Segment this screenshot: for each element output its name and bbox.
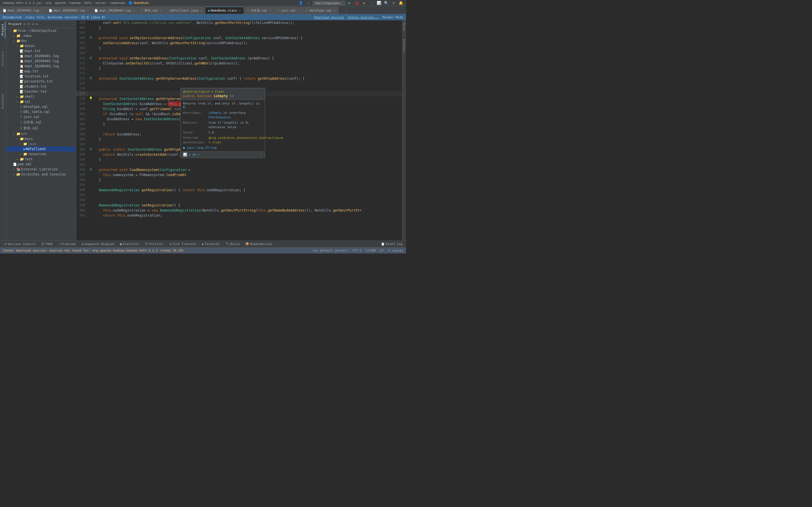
coverage-icon[interactable]: ▶ bbox=[362, 1, 366, 5]
tree-test[interactable]: 📁 test bbox=[6, 157, 76, 162]
problems-button[interactable]: ⚠ Problems bbox=[57, 242, 77, 246]
tree-scratches[interactable]: 📂 Scratches and Consoles bbox=[6, 172, 76, 177]
tree-hdfs-client[interactable]: ● HdfsClient bbox=[6, 147, 76, 152]
dependencies-button[interactable]: 📦 Dependencies bbox=[244, 242, 273, 246]
tree-student-txt[interactable]: 📝 student.txt bbox=[6, 84, 76, 89]
user-icon[interactable]: 👤 bbox=[299, 1, 303, 5]
tree-shell[interactable]: 📁 shell bbox=[6, 94, 76, 99]
tree-join-sql[interactable]: 🗒 join.sql bbox=[6, 114, 76, 119]
sidebar-collapse-icon[interactable]: ⊟ bbox=[32, 22, 34, 26]
tree-emp-txt[interactable]: 📝 emp.txt bbox=[6, 69, 76, 74]
tooltip-charsequence-link[interactable]: CharSequence bbox=[208, 115, 231, 119]
tree-hive-root[interactable]: 📁 hive ~/Desktop/hive bbox=[6, 28, 76, 33]
tree-sql[interactable]: 📁 sql bbox=[6, 99, 76, 104]
tab-datatype-sql[interactable]: 🗒 dataType.sql ✕ bbox=[303, 7, 339, 14]
breadcrumb-hadoop[interactable]: hadoop bbox=[70, 1, 81, 5]
breadcrumb-server[interactable]: server bbox=[95, 1, 107, 5]
tree-query-sql[interactable]: 🗒 查询.sql bbox=[6, 125, 76, 131]
tab-query-sql[interactable]: 🗒 查询.sql ✕ bbox=[138, 7, 165, 14]
breadcrumb-jar[interactable]: hadoop-hdfs-3.1.3.jar bbox=[3, 1, 42, 5]
breadcrumb-namenode[interactable]: namenode bbox=[110, 1, 125, 5]
close-tab-4[interactable]: ✕ bbox=[160, 9, 161, 12]
sidebar-settings-icon[interactable]: ⚙ bbox=[36, 22, 38, 26]
tab-hdfs-client[interactable]: ☕ HdfsClient.java ✕ bbox=[165, 7, 205, 14]
tooltip-more-icon[interactable]: ⋮ bbox=[259, 153, 262, 157]
debug-icon[interactable]: 🐞 bbox=[355, 1, 359, 5]
tab-dept-log2[interactable]: 📄 dept_20200402.log ✕ bbox=[46, 7, 92, 14]
profiler-button[interactable]: ⏱ Profiler bbox=[144, 242, 165, 246]
download-sources-button[interactable]: Download Sources bbox=[314, 15, 344, 19]
right-tab-database[interactable]: Database bbox=[402, 38, 406, 54]
close-tab-7[interactable]: ✕ bbox=[269, 9, 271, 12]
close-tab-2[interactable]: ✕ bbox=[87, 9, 89, 12]
tree-doc[interactable]: 📁 doc bbox=[6, 38, 76, 43]
close-tab-5[interactable]: ✕ bbox=[200, 9, 202, 12]
tab-namenode-class[interactable]: ● NameNode.class ✕ bbox=[205, 7, 244, 14]
tab-dept-log3[interactable]: 📄 dept_20200403.log ✕ bbox=[92, 7, 138, 14]
more-tabs-icon[interactable]: ⌄ bbox=[340, 9, 344, 14]
tooltip-more[interactable]: < 18 > bbox=[188, 153, 200, 157]
breadcrumb-namenode-class[interactable]: NameNode bbox=[134, 1, 149, 5]
tab-dept-log1[interactable]: 📄 dept_20200401.log ✕ bbox=[0, 7, 46, 14]
left-tab-bookmarks[interactable]: Bookmarks bbox=[1, 91, 5, 111]
tree-dept-log2[interactable]: 📋 dept_20200402.log bbox=[6, 59, 76, 64]
choose-sources-button[interactable]: Choose Sources... bbox=[348, 15, 379, 19]
sequence-diagram-button[interactable]: ◈ Sequence Diagram bbox=[80, 242, 115, 246]
close-tab-3[interactable]: ✕ bbox=[133, 9, 135, 12]
cpu-icon[interactable]: 📊 bbox=[377, 1, 381, 5]
sidebar-add-icon[interactable]: ⊕ bbox=[23, 22, 26, 26]
file-transfer-button[interactable]: ⇅ File Transfer bbox=[168, 242, 198, 246]
tree-dept-log3[interactable]: 📋 dept_20200403.log bbox=[6, 64, 76, 69]
close-tab-1[interactable]: ✕ bbox=[41, 9, 43, 12]
tooltip-overrides-method[interactable]: isEmpty bbox=[208, 111, 221, 115]
event-log-button[interactable]: 📋 Event Log bbox=[380, 242, 404, 246]
search-icon[interactable]: 🔍 bbox=[384, 1, 389, 5]
breadcrumb-hdfs[interactable]: hdfs bbox=[84, 1, 92, 5]
left-tab-structure[interactable]: Structure bbox=[1, 49, 5, 69]
editor[interactable]: 263 conf.set("dfs.namenode.lifeline.rpc-… bbox=[76, 20, 402, 240]
tree-personinfo-txt[interactable]: 📝 personInfo.txt bbox=[6, 79, 76, 84]
breadcrumb-apache[interactable]: apache bbox=[55, 1, 66, 5]
tree-ext-libs[interactable]: 📚 External Libraries bbox=[6, 167, 76, 172]
sidebar-close-icon[interactable]: — bbox=[71, 22, 73, 26]
left-tab-project[interactable]: Project bbox=[1, 21, 5, 38]
code-area[interactable]: 263 conf.set("dfs.namenode.lifeline.rpc-… bbox=[76, 20, 402, 240]
tab-join-sql[interactable]: 🗒 join.sql ✕ bbox=[274, 7, 303, 14]
tree-ddl-sql[interactable]: 🗒 DDL_table.sql bbox=[6, 109, 76, 114]
build-button[interactable]: 🔨 Build bbox=[224, 242, 241, 246]
tab-menu-icon[interactable]: ⋮ bbox=[344, 9, 349, 14]
tree-location-txt[interactable]: 📝 location.txt bbox=[6, 74, 76, 79]
tree-datatype-sql[interactable]: 🗒 dataType.sql bbox=[6, 104, 76, 109]
run-icon[interactable]: ▶ bbox=[347, 1, 352, 5]
tab-partition-sql[interactable]: 🗒 分区表.sql ✕ bbox=[244, 7, 274, 14]
tree-datas[interactable]: 📁 datas bbox=[6, 43, 76, 48]
add-configuration-button[interactable]: Add Configuration... bbox=[313, 1, 345, 5]
bulb-icon-278[interactable]: 💡 bbox=[89, 96, 93, 100]
tree-main[interactable]: 📁 main bbox=[6, 136, 76, 142]
version-control-button[interactable]: ⎇ Version Control bbox=[2, 242, 37, 246]
more-run-icon[interactable]: ⋮ bbox=[369, 1, 374, 5]
tree-dept-log1[interactable]: 📋 dept_20200401.log bbox=[6, 54, 76, 59]
right-tab-maven[interactable]: Maven bbox=[402, 21, 406, 32]
tree-dept-txt[interactable]: 📝 dept.txt bbox=[6, 48, 76, 54]
tree-src[interactable]: 📁 src bbox=[6, 131, 76, 136]
todo-button[interactable]: ☰ TODO bbox=[40, 242, 54, 246]
back-icon[interactable]: ◁ bbox=[306, 1, 310, 5]
tree-java[interactable]: 📁 java bbox=[6, 142, 76, 147]
tree-teacher-txt[interactable]: 📝 teacher.txt bbox=[6, 89, 76, 94]
settings-icon[interactable]: ⚙ bbox=[391, 1, 396, 5]
notification-icon[interactable]: 🔔 bbox=[399, 1, 403, 5]
close-tab-6[interactable]: ✕ bbox=[239, 9, 241, 12]
terminal-button[interactable]: ▶ Terminal bbox=[201, 242, 221, 246]
tree-resources[interactable]: 📁 resources bbox=[6, 152, 76, 157]
close-tab-8[interactable]: ✕ bbox=[298, 9, 299, 12]
tree-pom[interactable]: 📄 pom.xml bbox=[6, 162, 76, 167]
tooltip-java-lang-string[interactable]: java.lang.String bbox=[187, 146, 216, 150]
reader-mode-button[interactable]: Reader Mode bbox=[383, 15, 403, 19]
breadcrumb-org[interactable]: org bbox=[46, 1, 51, 5]
tree-partition-sql[interactable]: 🗒 分区表.sql bbox=[6, 119, 76, 125]
statistic-button[interactable]: ● Statistic bbox=[119, 242, 140, 246]
tree-idea[interactable]: 📁 .idea bbox=[6, 33, 76, 38]
close-tab-9[interactable]: ✕ bbox=[334, 9, 336, 12]
sidebar-sync-icon[interactable]: ⟳ bbox=[27, 22, 30, 26]
